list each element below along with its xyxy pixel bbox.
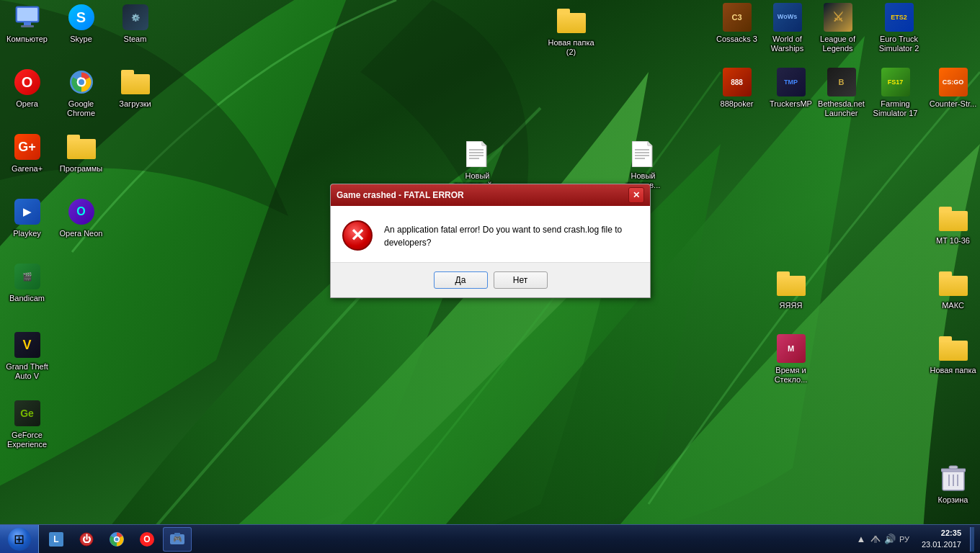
error-circle-icon: ✕	[342, 220, 373, 251]
dialog-overlay: Game crashed - FATAL ERROR ✕ ✕ An applic…	[0, 0, 980, 553]
tray-language-icon[interactable]: РУ	[899, 534, 910, 545]
error-message: An application fatal error! Do you want …	[384, 220, 622, 249]
svg-text:O: O	[143, 534, 150, 544]
svg-text:🎮: 🎮	[173, 534, 182, 544]
error-icon: ✕	[342, 220, 373, 251]
taskbar-app-power[interactable]: ⏻	[72, 527, 101, 552]
system-tray: ▲ 🔊 РУ	[852, 534, 913, 545]
start-button[interactable]: ⊞	[0, 525, 39, 554]
taskbar-app-chrome[interactable]	[102, 527, 131, 552]
dialog-buttons: Да Нет	[331, 262, 650, 297]
tray-network-icon[interactable]	[870, 534, 881, 545]
svg-text:L: L	[53, 534, 58, 544]
dialog-no-button[interactable]: Нет	[494, 271, 548, 289]
tray-volume-icon[interactable]: 🔊	[884, 534, 896, 545]
start-orb-icon: ⊞	[8, 528, 31, 551]
taskbar-librarian-icon: L	[48, 531, 65, 548]
error-message-line2: developers?	[384, 238, 431, 248]
dialog-titlebar: Game crashed - FATAL ERROR ✕	[331, 184, 650, 206]
taskbar-app-librarian[interactable]: L	[42, 527, 71, 552]
error-dialog: Game crashed - FATAL ERROR ✕ ✕ An applic…	[330, 184, 651, 298]
clock-date: 23.01.2017	[922, 539, 961, 550]
svg-text:⏻: ⏻	[82, 534, 91, 544]
taskbar: ⊞ L ⏻	[0, 524, 980, 553]
taskbar-game-icon: 🎮	[169, 531, 186, 548]
clock-display[interactable]: 22:35 23.01.2017	[916, 528, 967, 550]
desktop: Компьютер S Skype ⚙️ Steam O Opera	[0, 0, 980, 553]
dialog-content: ✕ An application fatal error! Do you wan…	[331, 206, 650, 262]
taskbar-power-icon: ⏻	[78, 531, 95, 548]
error-message-line1: An application fatal error! Do you want …	[384, 225, 622, 235]
svg-point-34	[115, 537, 119, 541]
tray-expand-icon[interactable]: ▲	[855, 534, 867, 545]
taskbar-app-game[interactable]: 🎮	[163, 527, 192, 552]
taskbar-opera-icon: O	[138, 531, 156, 548]
taskbar-right: ▲ 🔊 РУ 22:35 23.01.2017	[847, 525, 980, 553]
clock-time: 22:35	[922, 528, 961, 539]
dialog-close-button[interactable]: ✕	[628, 187, 644, 203]
taskbar-app-opera[interactable]: O	[133, 527, 161, 552]
dialog-title: Game crashed - FATAL ERROR	[337, 190, 628, 200]
taskbar-apps: L ⏻	[39, 525, 847, 553]
taskbar-chrome-icon	[108, 531, 125, 548]
show-desktop-button[interactable]	[970, 527, 974, 552]
dialog-yes-button[interactable]: Да	[434, 271, 488, 289]
